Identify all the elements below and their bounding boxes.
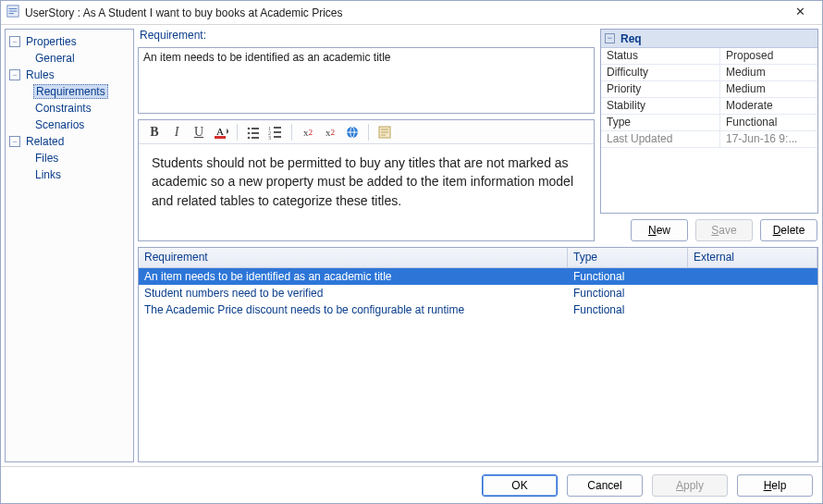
svg-rect-12: [274, 131, 281, 133]
property-grid-header[interactable]: − Req: [601, 30, 817, 48]
tree-node-constraints[interactable]: Constraints: [6, 100, 133, 117]
prop-row[interactable]: Last Updated17-Jun-16 9:...: [601, 131, 817, 148]
col-header-requirement[interactable]: Requirement: [139, 248, 568, 267]
rich-editor: B I U A 123: [138, 119, 595, 241]
svg-text:A: A: [216, 126, 224, 137]
separator: [368, 124, 369, 141]
col-header-external[interactable]: External: [688, 248, 817, 267]
svg-rect-8: [252, 137, 259, 139]
prop-row[interactable]: DifficultyMedium: [601, 65, 817, 81]
table-header: Requirement Type External: [139, 248, 817, 268]
prop-row[interactable]: StatusProposed: [601, 48, 817, 65]
cell-requirement: Student numbers need to be verified: [139, 286, 568, 301]
tree-node-properties[interactable]: −Properties: [6, 33, 133, 50]
tree-node-general[interactable]: General: [6, 50, 133, 67]
svg-rect-2: [215, 136, 226, 139]
bullet-list-button[interactable]: [243, 122, 264, 142]
table-row[interactable]: The Academic Price discount needs to be …: [139, 301, 817, 318]
separator: [291, 124, 292, 141]
delete-button[interactable]: Delete: [760, 219, 817, 241]
prop-row[interactable]: PriorityMedium: [601, 81, 817, 98]
prop-key: Last Updated: [601, 131, 719, 147]
collapse-icon[interactable]: −: [9, 69, 20, 80]
window-icon: [6, 5, 19, 20]
separator: [237, 124, 238, 141]
new-button[interactable]: New: [631, 219, 688, 241]
prop-value[interactable]: Functional: [719, 115, 817, 130]
editor-body[interactable]: Students should not be permitted to buy …: [139, 144, 594, 240]
tree-node-requirements[interactable]: Requirements: [6, 83, 133, 100]
superscript-button[interactable]: x2: [298, 122, 318, 142]
tree-node-files[interactable]: Files: [6, 150, 133, 166]
requirements-table[interactable]: Requirement Type External An item needs …: [138, 247, 818, 462]
subscript-button[interactable]: x2: [320, 122, 340, 142]
svg-point-7: [248, 136, 251, 139]
bold-button[interactable]: B: [144, 122, 165, 142]
cell-external: [688, 309, 817, 311]
dialog-footer: OK Cancel Apply Help: [1, 466, 822, 503]
prop-row[interactable]: TypeFunctional: [601, 115, 817, 131]
cancel-button[interactable]: Cancel: [567, 474, 643, 497]
prop-row[interactable]: StabilityModerate: [601, 98, 817, 115]
insert-button[interactable]: [375, 122, 395, 142]
prop-key: Difficulty: [601, 65, 719, 80]
apply-button: Apply: [652, 474, 728, 497]
close-button[interactable]: ✕: [781, 3, 818, 23]
collapse-icon[interactable]: −: [605, 33, 615, 43]
svg-rect-14: [274, 136, 281, 138]
editor-toolbar: B I U A 123: [139, 120, 594, 144]
titlebar: UserStory : As A Student I want to buy b…: [1, 1, 822, 25]
requirement-input[interactable]: [138, 47, 595, 114]
prop-key: Status: [601, 48, 719, 64]
svg-text:3: 3: [268, 135, 271, 140]
prop-value[interactable]: Medium: [719, 81, 817, 97]
collapse-icon[interactable]: −: [9, 136, 20, 147]
window-title: UserStory : As A Student I want to buy b…: [25, 6, 343, 19]
prop-key: Priority: [601, 81, 719, 97]
svg-rect-10: [274, 127, 281, 129]
save-button: Save: [695, 219, 753, 241]
svg-point-3: [248, 127, 251, 129]
tree-node-related[interactable]: −Related: [6, 133, 133, 150]
col-header-type[interactable]: Type: [568, 248, 688, 267]
cell-external: [688, 292, 817, 294]
cell-requirement: The Academic Price discount needs to be …: [139, 302, 568, 317]
table-row[interactable]: Student numbers need to be verifiedFunct…: [139, 285, 817, 301]
cell-type: Functional: [568, 286, 688, 301]
requirement-label: Requirement:: [138, 29, 595, 42]
prop-key: Type: [601, 115, 719, 130]
font-color-button[interactable]: A: [211, 122, 231, 142]
prop-value[interactable]: Medium: [719, 65, 817, 80]
svg-point-5: [248, 131, 251, 134]
property-grid-title: Req: [620, 32, 642, 45]
cell-external: [688, 276, 817, 277]
tree-node-scenarios[interactable]: Scenarios: [6, 117, 133, 133]
help-button[interactable]: Help: [737, 474, 813, 497]
property-grid: − Req StatusProposedDifficultyMediumPrio…: [600, 29, 818, 214]
cell-type: Functional: [568, 302, 688, 317]
prop-value[interactable]: Proposed: [719, 48, 817, 64]
cell-requirement: An item needs to be identified as an aca…: [139, 269, 568, 284]
underline-button[interactable]: U: [189, 122, 209, 142]
collapse-icon[interactable]: −: [9, 36, 20, 47]
italic-button[interactable]: I: [166, 122, 187, 142]
svg-rect-4: [252, 128, 259, 129]
svg-rect-6: [252, 132, 259, 134]
prop-value[interactable]: Moderate: [719, 98, 817, 114]
table-row[interactable]: An item needs to be identified as an aca…: [139, 268, 817, 285]
hyperlink-button[interactable]: [342, 122, 362, 142]
cell-type: Functional: [568, 269, 688, 284]
numbered-list-button[interactable]: 123: [265, 122, 286, 142]
category-tree[interactable]: −Properties General −Rules Requirements …: [5, 29, 134, 462]
main-panel: Requirement: B I U A: [138, 29, 818, 462]
tree-node-rules[interactable]: −Rules: [6, 67, 133, 83]
ok-button[interactable]: OK: [482, 474, 558, 497]
prop-key: Stability: [601, 98, 719, 114]
dialog-window: UserStory : As A Student I want to buy b…: [0, 0, 823, 504]
tree-node-links[interactable]: Links: [6, 166, 133, 183]
prop-value[interactable]: 17-Jun-16 9:...: [719, 131, 817, 147]
